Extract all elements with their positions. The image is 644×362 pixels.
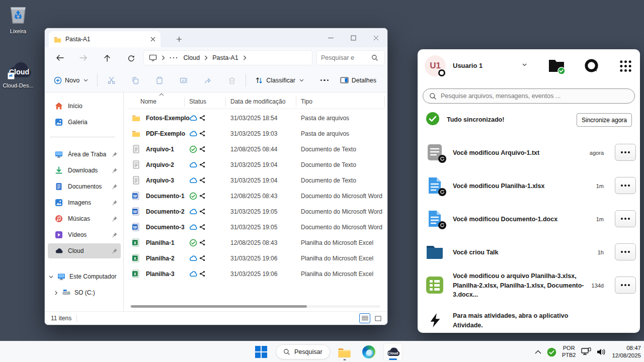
hidden-icons-chevron[interactable]	[535, 350, 541, 354]
sidebar-item-downloads[interactable]: Downloads	[48, 163, 121, 178]
file-row[interactable]: Arquivo-2 31/03/2025 19:04 Documento de …	[126, 157, 383, 172]
file-type: Planilha do Microsoft Excel	[301, 239, 373, 246]
refresh-button[interactable]	[122, 50, 139, 65]
taskbar-cloud-app-button[interactable]: Cloud	[383, 343, 403, 361]
sidebar-item-musicas[interactable]: Músicas	[48, 211, 121, 226]
apps-grid-button[interactable]	[616, 56, 635, 75]
up-button[interactable]	[99, 50, 116, 65]
panel-search-box[interactable]	[423, 88, 635, 104]
taskbar-file-explorer-button[interactable]	[335, 343, 354, 361]
close-button[interactable]	[365, 28, 387, 47]
thumbnail-view-button[interactable]	[372, 313, 383, 323]
activity-row[interactable]: Você modificou Arquivo-1.txt agora	[418, 136, 640, 169]
tray-sync-ok-icon[interactable]	[547, 347, 556, 357]
taskbar-search[interactable]: Pesquisar	[276, 344, 330, 359]
desktop-icon-cloud-app[interactable]: Cloud Cloud-Des...	[0, 57, 36, 88]
sidebar-item-galeria[interactable]: Galeria	[48, 115, 121, 130]
sidebar-item-imagens[interactable]: Imagens	[48, 195, 121, 210]
sidebar-item-inicio[interactable]: Início	[48, 99, 121, 114]
file-row[interactable]: Documento-2 31/03/2025 19:05 Documento d…	[126, 204, 383, 219]
explorer-search-input[interactable]	[321, 54, 371, 61]
activity-time: agora	[590, 136, 604, 169]
more-options-button[interactable]	[316, 73, 333, 88]
sync-now-button[interactable]: Sincronize agora	[577, 113, 632, 127]
copy-button[interactable]	[127, 73, 144, 88]
sidebar-item-so-c[interactable]: SO (C:)	[54, 289, 119, 297]
chevron-right-icon	[243, 55, 247, 60]
file-row[interactable]: Arquivo-3 31/03/2025 19:04 Documento de …	[126, 172, 383, 188]
details-pane-button[interactable]: Detalhes	[336, 73, 380, 87]
more-menu-button[interactable]	[615, 243, 636, 260]
activity-row[interactable]: Você modificou Planilha-1.xlsx 1m	[418, 169, 640, 203]
breadcrumb-ellipsis[interactable]: ···	[170, 54, 179, 61]
details-view-button[interactable]	[359, 313, 370, 323]
horizontal-scrollbar[interactable]	[130, 305, 380, 308]
more-menu-button[interactable]	[615, 177, 636, 194]
forward-button[interactable]	[75, 50, 92, 65]
desktop-icon-recycle-bin[interactable]: Lixeira	[0, 3, 36, 34]
rename-button[interactable]: A	[175, 73, 192, 88]
column-header-nome[interactable]: Nome	[140, 96, 156, 108]
minimize-button[interactable]	[319, 28, 342, 47]
back-button[interactable]	[51, 50, 68, 65]
more-menu-button[interactable]	[615, 210, 636, 227]
file-row[interactable]: Planilha-1 12/08/2025 08:43 Planilha do …	[126, 235, 383, 250]
activity-row[interactable]: Você criou Talk 1h	[418, 236, 640, 269]
file-row[interactable]: Planilha-2 31/03/2025 19:06 Planilha do …	[126, 250, 383, 266]
new-button[interactable]: Novo	[50, 73, 92, 87]
desktop-icon-label: Cloud-Des...	[0, 82, 36, 88]
talk-q-button[interactable]	[582, 56, 601, 75]
panel-search-input[interactable]	[441, 93, 628, 100]
new-tab-button[interactable]	[173, 33, 186, 46]
sidebar-item-videos[interactable]: Vídeos	[48, 227, 121, 242]
column-header-tipo[interactable]: Tipo	[301, 96, 312, 108]
active-indicator	[389, 358, 397, 360]
breadcrumb-item-pasta[interactable]: Pasta-A1	[212, 54, 238, 61]
scrollbar-thumb[interactable]	[131, 305, 307, 308]
sidebar-item-este-computador[interactable]: Este Computador	[49, 273, 124, 281]
network-icon[interactable]	[581, 347, 591, 356]
explorer-tab[interactable]: Pasta-A1	[49, 31, 160, 47]
paste-button[interactable]	[151, 73, 168, 88]
maximize-icon	[351, 35, 356, 41]
activity-row[interactable]: Você modificou o arquivo Planilha-3.xlsx…	[418, 269, 640, 302]
column-header-modificacao[interactable]: Data de modificação	[230, 96, 285, 108]
cloud-client-panel: U1 Usuario 1 Tudo sincronizado! Sincroni…	[418, 49, 640, 333]
delete-button[interactable]	[223, 73, 240, 88]
more-menu-button[interactable]	[615, 144, 636, 161]
cut-button[interactable]	[103, 73, 120, 88]
explorer-search-box[interactable]	[316, 50, 385, 65]
file-row[interactable]: PDF-Exemplo 31/03/2025 19:03 Pasta de ar…	[126, 126, 383, 141]
sidebar-item-documentos[interactable]: Documentos	[48, 179, 121, 194]
column-header-status[interactable]: Status	[189, 96, 206, 108]
excel-file-icon	[132, 254, 140, 262]
shared-icon	[199, 115, 206, 121]
clock[interactable]: 08:47 12/08/2025	[612, 344, 641, 359]
file-modified: 31/03/2025 18:54	[230, 115, 277, 122]
sort-button[interactable]: Classificar	[251, 73, 308, 87]
file-row[interactable]: Fotos-Exemplo 31/03/2025 18:54 Pasta de …	[126, 110, 383, 126]
breadcrumb-item-cloud[interactable]: Cloud	[184, 54, 200, 61]
activity-row[interactable]: Você modificou Documento-1.docx 1m	[418, 203, 640, 236]
more-menu-button[interactable]	[615, 277, 636, 294]
volume-icon[interactable]	[597, 348, 606, 356]
maximize-button[interactable]	[342, 28, 365, 47]
sidebar-item-area-de-trabalho[interactable]: Área de Trabalho	[48, 147, 121, 162]
tab-close-icon[interactable]	[150, 37, 155, 42]
language-indicator[interactable]: POR PTB2	[562, 345, 576, 359]
sidebar-item-cloud[interactable]: Cloud	[48, 243, 121, 258]
share-button[interactable]	[199, 73, 216, 88]
chevron-down-icon[interactable]	[522, 63, 527, 66]
taskbar-edge-button[interactable]	[359, 343, 378, 361]
file-row[interactable]: Arquivo-1 12/08/2025 08:44 Documento de …	[126, 141, 383, 157]
user-name[interactable]: Usuario 1	[453, 62, 482, 69]
sidebar-item-label: Downloads	[68, 167, 106, 174]
start-button[interactable]	[252, 343, 271, 361]
open-local-folder-button[interactable]	[547, 56, 567, 75]
file-row[interactable]: Documento-3 31/03/2025 19:05 Documento d…	[126, 219, 383, 235]
pin-icon	[111, 248, 118, 254]
file-row[interactable]: Planilha-3 31/03/2025 19:06 Planilha do …	[126, 266, 383, 282]
file-row[interactable]: Documento-1 12/08/2025 08:43 Documento d…	[126, 188, 383, 204]
breadcrumb[interactable]: ··· Cloud Pasta-A1	[143, 50, 312, 65]
back-icon	[56, 54, 64, 61]
